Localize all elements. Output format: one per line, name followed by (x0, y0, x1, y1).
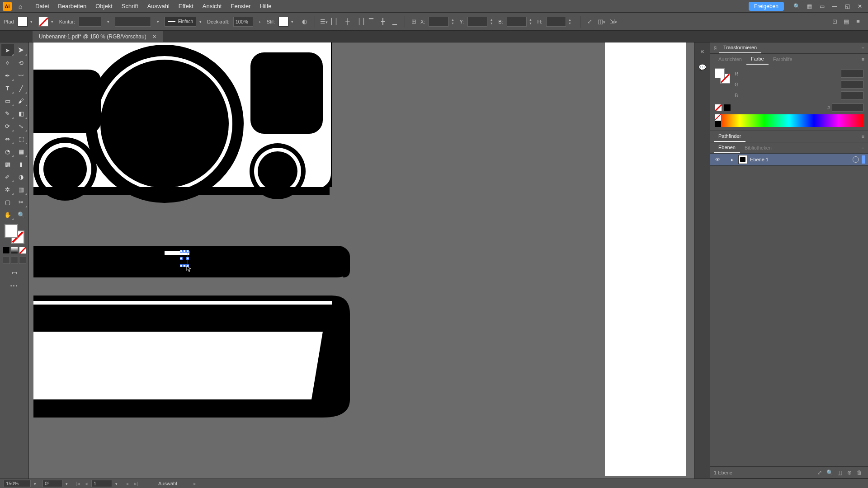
align-tab[interactable]: Ausrichten (714, 54, 746, 65)
align-vcenter-icon[interactable]: ╋ (377, 16, 388, 27)
align-top-icon[interactable]: ▔ (366, 16, 377, 27)
eraser-tool[interactable]: ◧ (15, 108, 28, 119)
selection-tool[interactable]: ➤ (1, 44, 14, 56)
brush-definition[interactable]: Einfach (165, 17, 196, 27)
layers-panel-menu-icon[interactable]: ≡ (862, 145, 864, 150)
fill-stroke-indicator[interactable] (5, 224, 24, 244)
collapse-chevron-icon[interactable]: « (698, 46, 708, 56)
hex-field[interactable] (832, 103, 863, 112)
r-value-field[interactable] (841, 70, 863, 78)
menu-select[interactable]: Auswahl (143, 0, 174, 13)
artboard-number-field[interactable]: 1 (91, 480, 112, 487)
menu-window[interactable]: Fenster (226, 0, 255, 13)
layer-row[interactable]: 👁 ▸ Ebene 1 (710, 153, 868, 166)
edit-toolbar-icon[interactable]: ••• (10, 283, 19, 288)
status-menu-icon[interactable]: ▸ (191, 481, 199, 487)
menu-help[interactable]: Hilfe (255, 0, 276, 13)
transform-tab[interactable]: Transformieren (719, 42, 761, 53)
slice-tool[interactable]: ✂ (15, 196, 28, 208)
locate-object-icon[interactable]: ⤢ (815, 469, 825, 476)
pen-tool[interactable]: ✒ (1, 70, 14, 81)
align-left-icon[interactable]: ▏▏ (330, 16, 341, 27)
x-stepper[interactable]: ▲▼ (449, 17, 456, 27)
shape-mode-icon[interactable]: ◫ (596, 16, 607, 27)
recolor-icon[interactable]: ◐ (299, 16, 310, 27)
scale-tool[interactable]: ⤡ (15, 120, 28, 132)
eyedropper-tool[interactable]: ✐ (1, 171, 14, 183)
link-icon[interactable]: ⎘ (714, 45, 717, 51)
g-value-field[interactable] (841, 80, 863, 89)
menu-view[interactable]: Ansicht (198, 0, 226, 13)
rotate-dropdown[interactable] (63, 481, 70, 486)
transform-panel-menu-icon[interactable]: ≡ (862, 45, 864, 51)
align-bottom-icon[interactable]: ▁ (389, 16, 400, 27)
window-maximize-icon[interactable]: ◱ (842, 1, 853, 11)
next-artboard-icon[interactable]: ▸ (124, 481, 132, 487)
stroke-weight-field[interactable] (79, 17, 101, 27)
zoom-dropdown[interactable] (32, 481, 38, 486)
align-right-icon[interactable]: ▕▕ (354, 16, 365, 27)
graphic-style-dropdown[interactable] (289, 17, 296, 27)
pathfinder-panel-menu-icon[interactable]: ≡ (862, 134, 864, 139)
direct-selection-tool[interactable]: ⮞ (15, 44, 28, 56)
workspace-switcher-icon[interactable]: ▭ (816, 1, 827, 11)
hand-tool[interactable]: ✋ (1, 209, 14, 221)
h-field[interactable] (546, 17, 566, 27)
lasso-tool[interactable]: ⟲ (15, 57, 28, 69)
share-button[interactable]: Freigeben (749, 2, 784, 11)
artboard-tool[interactable]: ▢ (1, 196, 14, 208)
window-minimize-icon[interactable]: — (829, 1, 840, 11)
symbol-sprayer-tool[interactable]: ✲ (1, 183, 14, 195)
prev-artboard-icon[interactable]: ◂ (82, 481, 90, 487)
b-value-field[interactable] (841, 91, 863, 99)
magic-wand-tool[interactable]: ✧ (1, 57, 14, 69)
fill-swatch[interactable] (18, 17, 28, 27)
color-mode-icon[interactable] (3, 247, 10, 254)
draw-inside-icon[interactable] (19, 257, 26, 264)
align-dropdown-icon[interactable]: ☰ (319, 16, 330, 27)
libraries-tab[interactable]: Bibliotheken (740, 142, 776, 153)
mesh-tool[interactable]: ▩ (1, 158, 14, 170)
zoom-field[interactable]: 150% (4, 480, 31, 487)
canvas[interactable] (29, 42, 694, 479)
brush-dropdown[interactable] (197, 17, 203, 27)
perspective-tool[interactable]: ▦ (15, 145, 28, 157)
gradient-tool[interactable]: ▮ (15, 158, 28, 170)
paintbrush-tool[interactable]: 🖌 (15, 95, 28, 107)
panel-fill-stroke-indicator[interactable] (715, 68, 730, 84)
color-spectrum[interactable] (715, 114, 863, 127)
black-swatch-icon[interactable] (724, 104, 731, 111)
panel-menu-icon[interactable]: ≡ (853, 16, 863, 27)
first-artboard-icon[interactable]: |◂ (74, 481, 82, 487)
layer-target-icon[interactable] (853, 156, 859, 163)
arrange-documents-icon[interactable]: ▦ (804, 1, 815, 11)
opacity-dropdown[interactable]: › (257, 17, 263, 27)
delete-layer-icon[interactable]: 🗑 (854, 469, 864, 476)
layer-name[interactable]: Ebene 1 (750, 157, 853, 162)
blend-tool[interactable]: ◑ (15, 171, 28, 183)
zoom-tool[interactable]: 🔍 (15, 209, 28, 221)
window-close-icon[interactable]: ✕ (854, 1, 865, 11)
menu-file[interactable]: Datei (31, 0, 53, 13)
layer-expand-icon[interactable]: ▸ (731, 157, 738, 163)
color-tab[interactable]: Farbe (746, 54, 769, 65)
menu-edit[interactable]: Bearbeiten (53, 0, 91, 13)
search-icon[interactable]: 🔍 (791, 1, 802, 11)
none-mode-icon[interactable] (19, 247, 26, 254)
curvature-tool[interactable]: 〰 (15, 70, 28, 81)
new-sublayer-icon[interactable]: ◫ (835, 469, 844, 476)
document-tab[interactable]: Unbenannt-1.pdf* @ 150 % (RGB/Vorschau) … (33, 31, 163, 42)
free-transform-tool[interactable]: ⬚ (15, 133, 28, 145)
variable-width-field[interactable] (115, 17, 151, 27)
shape-builder-tool[interactable]: ◔ (1, 145, 14, 157)
type-tool[interactable]: T (1, 82, 14, 94)
draw-behind-icon[interactable] (11, 257, 18, 264)
align-to-icon[interactable]: ⇲ (608, 16, 619, 27)
properties-panel-icon[interactable]: 💬 (698, 62, 708, 72)
menu-effect[interactable]: Effekt (174, 0, 198, 13)
rotate-tool[interactable]: ⟳ (1, 120, 14, 132)
variable-width-dropdown[interactable] (155, 17, 161, 27)
preferences-icon[interactable]: ⊡ (829, 16, 840, 27)
y-stepper[interactable]: ▲▼ (488, 17, 495, 27)
draw-normal-icon[interactable] (3, 257, 10, 264)
